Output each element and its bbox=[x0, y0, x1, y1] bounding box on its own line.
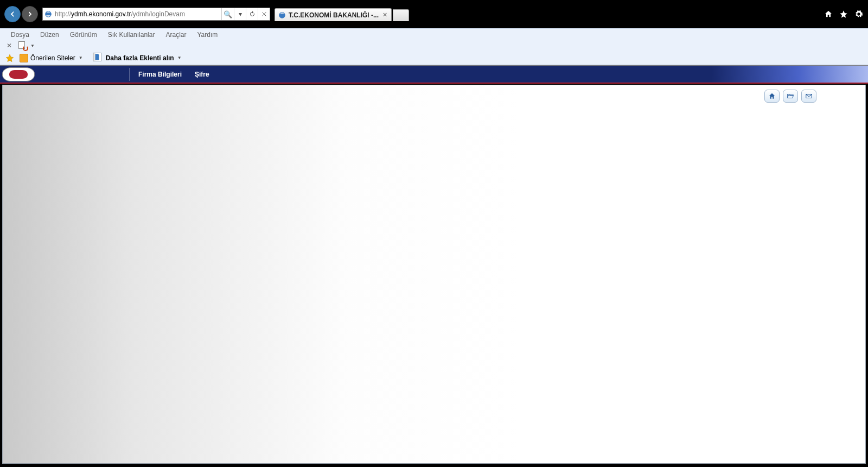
chevron-down-icon: ▼ bbox=[177, 55, 182, 60]
address-text: http://ydmh.ekonomi.gov.tr/ydmh/loginDev… bbox=[54, 10, 221, 18]
menu-bar: Dosya Düzen Görünüm Sık Kullanılanlar Ar… bbox=[0, 28, 868, 40]
search-dropdown[interactable]: ▾ bbox=[234, 8, 246, 20]
folder-icon bbox=[20, 54, 28, 62]
nav-back-button[interactable] bbox=[4, 6, 21, 22]
pdf-addon-dropdown[interactable]: ▼ bbox=[30, 43, 35, 48]
favorites-bar: Önerilen Siteler ▼ Daha fazla Eklenti al… bbox=[0, 51, 868, 65]
favorites-button[interactable] bbox=[839, 9, 848, 19]
tab-close-button[interactable]: ✕ bbox=[381, 12, 388, 18]
favlink-label: Daha fazla Eklenti alın bbox=[106, 54, 174, 62]
search-icon: 🔍 bbox=[224, 11, 232, 18]
app-menu: Firma Bilgileri Şifre bbox=[137, 68, 210, 80]
folder-open-icon bbox=[787, 92, 794, 100]
titlebar: http://ydmh.ekonomi.gov.tr/ydmh/loginDev… bbox=[0, 0, 868, 28]
addon-bar: ✕ ▼ bbox=[0, 40, 868, 51]
site-favicon-icon bbox=[43, 10, 54, 18]
star-icon bbox=[839, 10, 848, 18]
menu-araclar[interactable]: Araçlar bbox=[160, 30, 192, 40]
gear-icon bbox=[854, 10, 863, 18]
refresh-icon bbox=[249, 11, 256, 17]
menu-sik[interactable]: Sık Kullanılanlar bbox=[103, 30, 161, 40]
page-mail-button[interactable] bbox=[801, 90, 816, 103]
app-logo bbox=[2, 67, 35, 81]
home-button[interactable] bbox=[824, 9, 833, 19]
favlink-label: Önerilen Siteler bbox=[30, 54, 75, 62]
page-home-button[interactable] bbox=[764, 90, 780, 103]
home-icon bbox=[824, 10, 833, 18]
menu-yardim[interactable]: Yardım bbox=[192, 30, 223, 40]
star-add-icon bbox=[5, 54, 14, 62]
address-controls: 🔍 ▾ bbox=[221, 8, 270, 20]
swirl-icon bbox=[23, 46, 28, 51]
home-icon bbox=[768, 92, 776, 100]
stop-button[interactable] bbox=[258, 8, 270, 20]
app-header: Firma Bilgileri Şifre bbox=[0, 65, 868, 84]
chevron-down-icon: ▼ bbox=[79, 55, 83, 60]
tab-strip: T.C.EKONOMİ BAKANLIĞI -... ✕ bbox=[275, 7, 409, 21]
search-button[interactable]: 🔍 bbox=[222, 8, 234, 20]
browser-window: http://ydmh.ekonomi.gov.tr/ydmh/loginDev… bbox=[0, 0, 868, 467]
page-icon bbox=[93, 53, 101, 61]
tools-button[interactable] bbox=[854, 9, 864, 19]
menu-dosya[interactable]: Dosya bbox=[5, 30, 35, 40]
title-controls bbox=[824, 0, 864, 28]
page-action-buttons bbox=[764, 90, 816, 103]
pdf-addon-button[interactable] bbox=[18, 41, 27, 50]
close-icon bbox=[261, 11, 267, 17]
menu-gorunum[interactable]: Görünüm bbox=[65, 30, 103, 40]
refresh-button[interactable] bbox=[246, 8, 258, 20]
tab-active[interactable]: T.C.EKONOMİ BAKANLIĞI -... ✕ bbox=[275, 8, 392, 21]
arrow-right-icon bbox=[25, 10, 34, 18]
favlink-onerilen[interactable]: Önerilen Siteler ▼ bbox=[17, 53, 85, 63]
mail-icon bbox=[805, 92, 813, 100]
tab-favicon-icon bbox=[278, 11, 286, 19]
tab-title: T.C.EKONOMİ BAKANLIĞI -... bbox=[289, 11, 379, 19]
add-favorite-button[interactable] bbox=[5, 54, 14, 62]
arrow-left-icon bbox=[8, 10, 17, 18]
nav-forward-button[interactable] bbox=[22, 6, 38, 22]
content-area bbox=[2, 85, 866, 464]
app-menu-firma[interactable]: Firma Bilgileri bbox=[137, 68, 183, 80]
separator bbox=[129, 68, 130, 81]
favlink-eklenti[interactable]: Daha fazla Eklenti alın ▼ bbox=[88, 51, 184, 65]
app-menu-sifre[interactable]: Şifre bbox=[194, 68, 210, 80]
addon-close-button[interactable]: ✕ bbox=[5, 42, 13, 49]
new-tab-button[interactable] bbox=[393, 9, 409, 21]
page-folder-button[interactable] bbox=[783, 90, 798, 103]
address-bar[interactable]: http://ydmh.ekonomi.gov.tr/ydmh/loginDev… bbox=[42, 8, 270, 21]
menu-duzen[interactable]: Düzen bbox=[35, 30, 65, 40]
